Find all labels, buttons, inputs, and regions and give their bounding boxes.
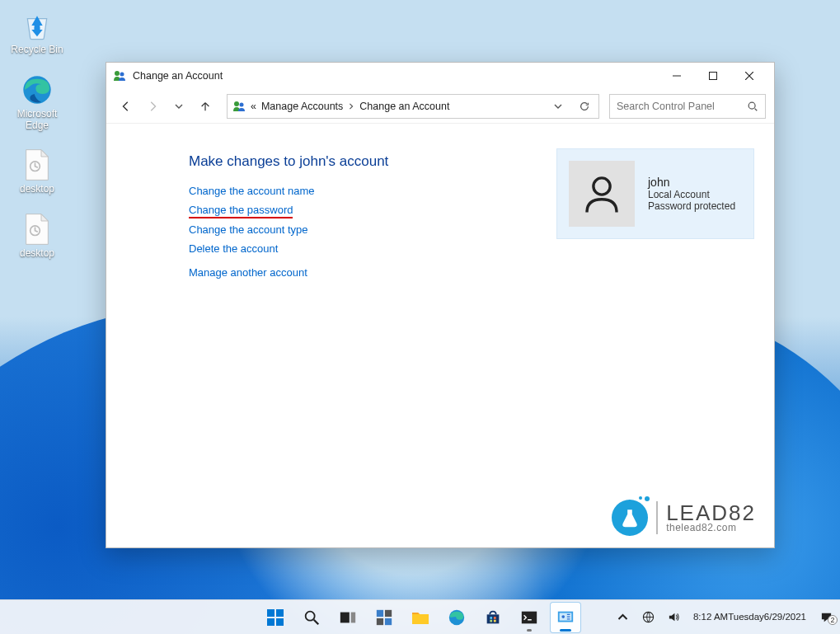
network-icon[interactable] xyxy=(640,611,657,623)
desktop-icon-edge[interactable]: Microsoft Edge xyxy=(8,73,66,132)
clock-time: 8:12 AM xyxy=(693,612,728,622)
svg-point-9 xyxy=(594,178,610,195)
taskbar-center xyxy=(260,600,581,634)
desktop-icon-label: Recycle Bin xyxy=(11,45,63,56)
desktop-icon-recycle-bin[interactable]: Recycle Bin xyxy=(8,8,66,56)
desktop-icon-label: desktop xyxy=(20,184,54,195)
widgets-button[interactable] xyxy=(368,602,400,633)
desktop-icon-file-1[interactable]: desktop xyxy=(8,148,66,195)
svg-point-4 xyxy=(120,73,124,77)
titlebar[interactable]: Change an Account xyxy=(106,63,774,89)
maximize-button[interactable] xyxy=(695,63,731,88)
flask-icon xyxy=(612,500,648,536)
svg-rect-10 xyxy=(267,609,275,617)
edge-button[interactable] xyxy=(441,602,472,633)
search-icon[interactable] xyxy=(747,101,758,112)
window-controls xyxy=(659,63,767,88)
tray-overflow-button[interactable] xyxy=(614,611,631,623)
desktop-icons: Recycle Bin Microsoft Edge desktop xyxy=(8,8,66,260)
svg-rect-22 xyxy=(490,617,492,619)
breadcrumb-segment[interactable]: Change an Account xyxy=(359,101,449,112)
address-dropdown-button[interactable] xyxy=(549,97,567,115)
search-button[interactable] xyxy=(296,602,327,633)
svg-rect-26 xyxy=(521,611,536,623)
taskbar[interactable]: 8:12 AM Tuesday 6/29/2021 2 xyxy=(0,599,840,634)
svg-rect-23 xyxy=(493,617,495,619)
page-heading: Make changes to john's account xyxy=(189,153,469,170)
svg-rect-24 xyxy=(490,619,492,622)
user-accounts-icon xyxy=(113,69,126,82)
svg-point-6 xyxy=(234,101,239,106)
store-button[interactable] xyxy=(477,602,509,633)
user-card[interactable]: john Local Account Password protected xyxy=(556,148,754,239)
user-account-type: Local Account xyxy=(648,189,735,200)
refresh-button[interactable] xyxy=(575,97,594,115)
svg-rect-13 xyxy=(276,618,284,626)
svg-rect-19 xyxy=(376,618,382,624)
terminal-button[interactable] xyxy=(514,602,545,633)
address-bar[interactable]: « Manage Accounts Change an Account xyxy=(227,94,599,119)
file-explorer-button[interactable] xyxy=(405,602,436,633)
avatar xyxy=(569,161,635,227)
watermark-title: LEAD82 xyxy=(666,502,756,524)
link-manage-another-account[interactable]: Manage another account xyxy=(189,266,469,279)
up-button[interactable] xyxy=(194,95,217,118)
desktop-icon-file-2[interactable]: desktop xyxy=(8,212,66,260)
file-icon xyxy=(20,212,54,247)
close-button[interactable] xyxy=(731,63,767,88)
recent-locations-button[interactable] xyxy=(167,95,190,118)
start-button[interactable] xyxy=(260,602,291,633)
svg-point-14 xyxy=(305,611,314,620)
svg-point-8 xyxy=(748,102,755,109)
user-password-status: Password protected xyxy=(648,200,735,212)
svg-point-3 xyxy=(115,71,120,76)
edge-icon xyxy=(20,73,54,107)
control-panel-taskbar-button[interactable] xyxy=(550,602,581,633)
navigation-row: « Manage Accounts Change an Account xyxy=(106,89,774,124)
breadcrumb-segment[interactable]: Manage Accounts xyxy=(261,101,343,112)
system-tray: 8:12 AM Tuesday 6/29/2021 2 xyxy=(614,600,835,634)
clock-day: Tuesday xyxy=(728,612,764,622)
svg-rect-5 xyxy=(710,73,717,80)
control-panel-window: Change an Account xyxy=(106,62,775,548)
svg-rect-25 xyxy=(493,619,495,622)
svg-rect-16 xyxy=(350,612,355,622)
user-info: john Local Account Password protected xyxy=(648,176,735,212)
link-change-account-type[interactable]: Change the account type xyxy=(189,223,469,236)
svg-rect-11 xyxy=(276,609,284,617)
search-box[interactable] xyxy=(609,94,766,119)
desktop-icon-label: desktop xyxy=(20,248,54,260)
user-name: john xyxy=(648,176,735,189)
link-delete-account[interactable]: Delete the account xyxy=(189,242,469,255)
recycle-bin-icon xyxy=(20,8,54,43)
svg-rect-12 xyxy=(267,618,275,626)
desktop-icon-label: Microsoft Edge xyxy=(8,109,66,132)
watermark: LEAD82 thelead82.com xyxy=(612,500,756,536)
volume-icon[interactable] xyxy=(665,611,683,623)
options-column: Make changes to john's account Change th… xyxy=(189,153,469,538)
notification-badge: 2 xyxy=(828,615,838,625)
task-view-button[interactable] xyxy=(332,602,364,633)
link-change-password[interactable]: Change the password xyxy=(189,204,293,218)
file-icon xyxy=(20,148,54,182)
svg-rect-17 xyxy=(376,609,382,616)
clock[interactable]: 8:12 AM Tuesday 6/29/2021 xyxy=(691,612,809,622)
back-button[interactable] xyxy=(115,95,138,118)
svg-point-7 xyxy=(240,102,244,106)
link-change-account-name[interactable]: Change the account name xyxy=(189,185,469,197)
window-title: Change an Account xyxy=(133,70,223,82)
svg-rect-15 xyxy=(340,612,349,622)
forward-button[interactable] xyxy=(141,95,164,118)
minimize-button[interactable] xyxy=(659,63,695,88)
search-input[interactable] xyxy=(617,101,747,112)
notifications-button[interactable]: 2 xyxy=(818,611,835,623)
clock-date: 6/29/2021 xyxy=(764,612,806,622)
svg-point-29 xyxy=(561,615,565,618)
svg-rect-18 xyxy=(384,609,391,616)
breadcrumb-prefix: « xyxy=(251,101,256,112)
content-area: Make changes to john's account Change th… xyxy=(106,124,774,547)
chevron-right-icon xyxy=(348,101,354,111)
svg-rect-20 xyxy=(384,618,391,624)
user-accounts-icon xyxy=(232,100,246,113)
